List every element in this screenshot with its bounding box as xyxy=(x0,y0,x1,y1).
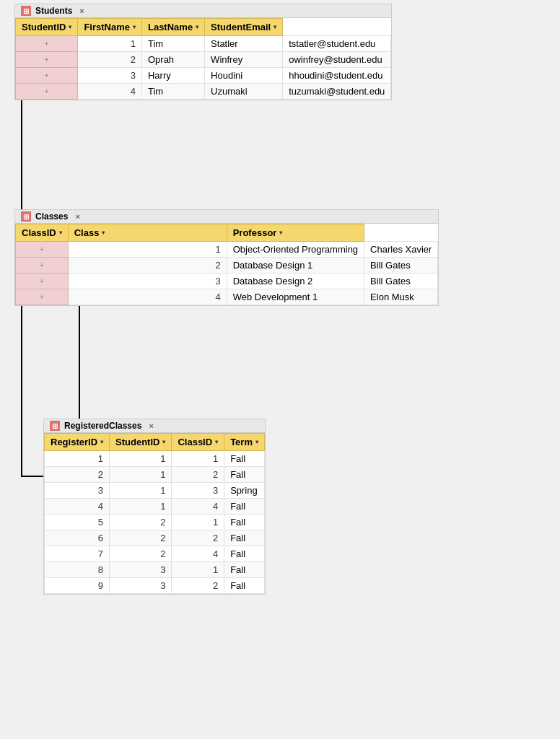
reg-classid: 2 xyxy=(172,530,224,546)
table-icon xyxy=(21,211,31,222)
registered-close[interactable]: × xyxy=(149,421,153,430)
sort-icon: ▾ xyxy=(102,229,105,236)
reg-term: Fall xyxy=(224,546,265,562)
table-row: + 3 Harry Houdini hhoudini@student.edu xyxy=(16,68,391,84)
reg-classid: 4 xyxy=(172,546,224,562)
classes-col-class[interactable]: Class ▾ xyxy=(68,224,227,242)
registered-tab[interactable]: RegisteredClasses × xyxy=(44,419,265,433)
classes-col-professor[interactable]: Professor ▾ xyxy=(227,224,364,242)
student-id: 1 xyxy=(78,36,142,52)
reg-id: 3 xyxy=(45,483,110,499)
classes-table: Classes × ClassID ▾ Class ▾ Professor ▾ … xyxy=(14,209,439,306)
table-row: + 3 Database Design 2 Bill Gates xyxy=(16,274,438,289)
expand-cell[interactable]: + xyxy=(16,84,78,100)
table-row: 2 1 2 Fall xyxy=(45,467,265,483)
class-name: Object-Oriented Programming xyxy=(227,242,364,258)
class-name: Database Design 2 xyxy=(227,274,364,289)
reg-col-cid[interactable]: ClassID ▾ xyxy=(172,434,224,451)
reg-id: 6 xyxy=(45,530,110,546)
classes-col-id[interactable]: ClassID ▾ xyxy=(16,224,69,242)
sort-icon: ▾ xyxy=(215,439,218,445)
sort-icon: ▾ xyxy=(100,439,103,445)
reg-col-sid[interactable]: StudentID ▾ xyxy=(110,434,172,451)
student-firstname: Tim xyxy=(141,36,204,52)
sort-icon: ▾ xyxy=(279,229,282,236)
table-row: 9 3 2 Fall xyxy=(45,578,265,594)
table-row: 7 2 4 Fall xyxy=(45,546,265,562)
expand-cell[interactable]: + xyxy=(16,258,69,274)
table-row: + 2 Database Design 1 Bill Gates xyxy=(16,258,438,274)
reg-term: Spring xyxy=(224,483,265,499)
expand-cell[interactable]: + xyxy=(16,52,78,68)
class-professor: Charles Xavier xyxy=(364,242,438,258)
table-icon xyxy=(21,6,31,16)
arrows-overlay xyxy=(0,0,560,739)
classes-title: Classes xyxy=(35,211,68,222)
reg-studentid: 1 xyxy=(110,451,172,467)
students-table: Students × StudentID ▾ FirstName ▾ LastN… xyxy=(14,4,392,100)
reg-id: 8 xyxy=(45,562,110,578)
reg-term: Fall xyxy=(224,515,265,530)
students-title: Students xyxy=(35,6,72,16)
table-row: + 2 Oprah Winfrey owinfrey@student.edu xyxy=(16,52,391,68)
expand-cell[interactable]: + xyxy=(16,289,69,305)
table-row: 3 1 3 Spring xyxy=(45,483,265,499)
sort-icon: ▾ xyxy=(59,229,62,236)
expand-cell[interactable]: + xyxy=(16,274,69,289)
reg-term: Fall xyxy=(224,467,265,483)
students-col-last[interactable]: LastName ▾ xyxy=(141,19,204,36)
class-professor: Bill Gates xyxy=(364,274,438,289)
reg-col-regid[interactable]: RegisterID ▾ xyxy=(45,434,110,451)
reg-term: Fall xyxy=(224,562,265,578)
students-tab[interactable]: Students × xyxy=(15,4,391,18)
class-name: Web Development 1 xyxy=(227,289,364,305)
classes-header-row: ClassID ▾ Class ▾ Professor ▾ xyxy=(16,224,438,242)
students-col-first[interactable]: FirstName ▾ xyxy=(78,19,142,36)
student-lastname: Uzumaki xyxy=(205,84,283,100)
reg-classid: 2 xyxy=(172,467,224,483)
student-firstname: Oprah xyxy=(141,52,204,68)
reg-studentid: 2 xyxy=(110,530,172,546)
table-row: + 1 Object-Oriented Programming Charles … xyxy=(16,242,438,258)
table-row: 1 1 1 Fall xyxy=(45,451,265,467)
student-id: 3 xyxy=(78,68,142,84)
reg-studentid: 3 xyxy=(110,578,172,594)
students-header-row: StudentID ▾ FirstName ▾ LastName ▾ Stude… xyxy=(16,19,391,36)
registered-header-row: RegisterID ▾ StudentID ▾ ClassID ▾ Term … xyxy=(45,434,265,451)
sort-icon: ▾ xyxy=(274,24,276,30)
student-lastname: Winfrey xyxy=(205,52,283,68)
student-lastname: Houdini xyxy=(205,68,283,84)
reg-term: Fall xyxy=(224,530,265,546)
class-professor: Bill Gates xyxy=(364,258,438,274)
student-firstname: Harry xyxy=(141,68,204,84)
reg-id: 1 xyxy=(45,451,110,467)
registered-classes-table: RegisteredClasses × RegisterID ▾ Student… xyxy=(43,419,266,595)
reg-term: Fall xyxy=(224,578,265,594)
reg-studentid: 2 xyxy=(110,546,172,562)
student-id: 2 xyxy=(78,52,142,68)
students-col-email[interactable]: StudentEmail ▾ xyxy=(205,19,283,36)
classes-close[interactable]: × xyxy=(75,212,79,221)
student-id: 4 xyxy=(78,84,142,100)
expand-cell[interactable]: + xyxy=(16,242,69,258)
table-row: + 4 Web Development 1 Elon Musk xyxy=(16,289,438,305)
reg-studentid: 3 xyxy=(110,562,172,578)
reg-col-term[interactable]: Term ▾ xyxy=(224,434,265,451)
sort-icon: ▾ xyxy=(69,24,71,30)
classes-tab[interactable]: Classes × xyxy=(15,210,438,224)
sort-icon: ▾ xyxy=(255,439,258,445)
reg-classid: 3 xyxy=(172,483,224,499)
expand-cell[interactable]: + xyxy=(16,36,78,52)
reg-classid: 4 xyxy=(172,499,224,515)
table-row: 8 3 1 Fall xyxy=(45,562,265,578)
student-email: hhoudini@student.edu xyxy=(283,68,391,84)
students-col-id[interactable]: StudentID ▾ xyxy=(16,19,78,36)
registered-title: RegisteredClasses xyxy=(64,421,141,431)
table-row: 4 1 4 Fall xyxy=(45,499,265,515)
student-lastname: Statler xyxy=(205,36,283,52)
reg-id: 4 xyxy=(45,499,110,515)
student-firstname: Tim xyxy=(141,84,204,100)
reg-id: 2 xyxy=(45,467,110,483)
students-close[interactable]: × xyxy=(79,6,84,15)
expand-cell[interactable]: + xyxy=(16,68,78,84)
